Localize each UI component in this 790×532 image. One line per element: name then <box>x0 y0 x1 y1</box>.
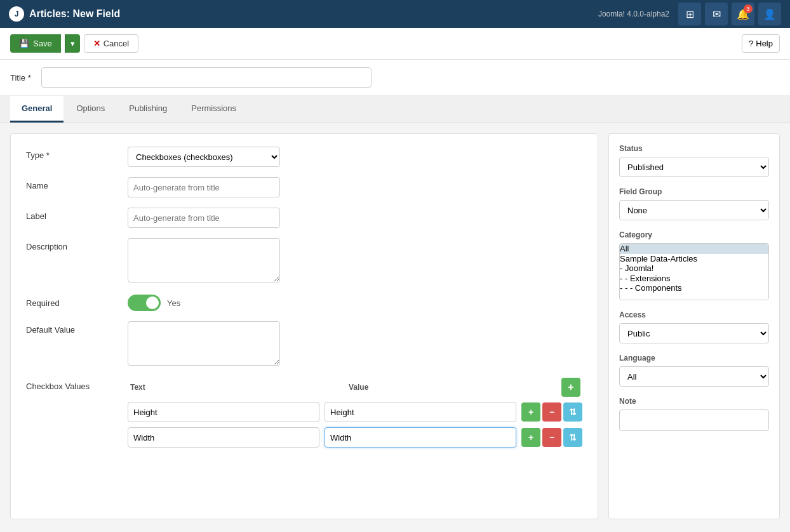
cv-text-header: Text <box>128 383 341 392</box>
cv-row2-move-btn[interactable]: ⇅ <box>563 428 582 447</box>
help-label: Help <box>756 39 773 48</box>
save-icon: 💾 <box>19 39 29 48</box>
status-label: Status <box>619 144 769 153</box>
name-label: Name <box>26 177 128 190</box>
cv-row1-move-btn[interactable]: ⇅ <box>563 402 582 422</box>
cv-text-input-2[interactable] <box>128 427 319 448</box>
notification-badge: 3 <box>744 4 753 13</box>
toolbar-left: 💾 Save ▾ ✕ Cancel <box>10 34 138 53</box>
joomla-logo-icon: J <box>9 6 24 22</box>
navbar: J Articles: New Field Joomla! 4.0.0-alph… <box>0 0 790 28</box>
title-input[interactable] <box>41 67 372 88</box>
default-value-label: Default Value <box>26 321 128 335</box>
toolbar: 💾 Save ▾ ✕ Cancel ? Help <box>0 28 790 60</box>
right-panel: Status Published Unpublished Archived Tr… <box>608 133 780 519</box>
toggle-knob <box>146 296 159 309</box>
tab-publishing[interactable]: Publishing <box>117 96 178 123</box>
tab-permissions[interactable]: Permissions <box>180 96 248 123</box>
language-label: Language <box>619 354 769 362</box>
field-group-label: Field Group <box>619 187 769 196</box>
cv-row2-add-btn[interactable]: + <box>521 428 540 447</box>
field-group-select[interactable]: None <box>619 200 769 220</box>
tab-options[interactable]: Options <box>65 96 116 123</box>
tabs-bar: General Options Publishing Permissions <box>0 96 790 123</box>
title-area: Title * <box>0 60 790 96</box>
checkbox-values-control: Text Value + + − ⇅ <box>128 378 582 453</box>
save-dropdown-button[interactable]: ▾ <box>65 34 80 53</box>
cv-row2-buttons: + − ⇅ <box>521 428 582 447</box>
save-button[interactable]: 💾 Save <box>10 34 61 53</box>
required-control: Yes <box>128 295 582 311</box>
cancel-x-icon: ✕ <box>93 39 100 48</box>
toggle-wrapper: Yes <box>128 295 582 311</box>
navbar-brand: J Articles: New Field <box>9 6 598 22</box>
default-value-textarea[interactable] <box>128 321 280 366</box>
user-icon-button[interactable]: 👤 <box>758 3 781 25</box>
required-row: Required Yes <box>26 295 582 311</box>
access-section: Access Public Guest Registered Special S… <box>619 310 769 343</box>
required-label: Required <box>26 295 128 308</box>
tab-general[interactable]: General <box>10 96 64 123</box>
required-toggle[interactable] <box>128 295 161 311</box>
toggle-yes-label: Yes <box>167 298 180 308</box>
type-select[interactable]: Checkboxes (checkboxes) Text Textarea In… <box>128 147 280 167</box>
language-select[interactable]: All <box>619 366 769 387</box>
cv-row1-add-btn[interactable]: + <box>521 402 540 422</box>
name-control <box>128 177 582 197</box>
description-control <box>128 238 582 284</box>
navbar-right: Joomla! 4.0.0-alpha2 ⊞ ✉ 🔔 3 👤 <box>598 3 781 25</box>
cv-add-button[interactable]: + <box>561 378 580 397</box>
cv-value-input-2[interactable] <box>325 427 516 448</box>
name-row: Name <box>26 177 582 197</box>
cv-row2-remove-btn[interactable]: − <box>542 428 561 447</box>
page-title: Articles: New Field <box>29 8 120 20</box>
save-dropdown-icon: ▾ <box>70 39 75 48</box>
label-label: Label <box>26 208 128 221</box>
default-value-row: Default Value <box>26 321 582 368</box>
language-section: Language All <box>619 354 769 387</box>
description-row: Description <box>26 238 582 284</box>
checkbox-values-table: Text Value + + − ⇅ <box>128 378 582 448</box>
save-label: Save <box>33 39 52 48</box>
default-value-control <box>128 321 582 368</box>
description-textarea[interactable] <box>128 238 280 283</box>
extension-icon-button[interactable]: ⊞ <box>678 3 701 25</box>
status-section: Status Published Unpublished Archived Tr… <box>619 144 769 177</box>
description-label: Description <box>26 238 128 251</box>
cv-value-header: Value <box>346 383 559 392</box>
cv-value-input-1[interactable] <box>325 402 516 422</box>
main-content: Type * Checkboxes (checkboxes) Text Text… <box>0 123 790 529</box>
name-input[interactable] <box>128 177 280 197</box>
access-select[interactable]: Public Guest Registered Special Super Us… <box>619 323 769 343</box>
note-input[interactable] <box>619 409 769 431</box>
help-button[interactable]: ? Help <box>742 34 780 53</box>
cv-text-input-1[interactable] <box>128 402 319 422</box>
label-row: Label <box>26 208 582 228</box>
field-group-section: Field Group None <box>619 187 769 220</box>
type-label: Type * <box>26 147 128 160</box>
left-panel: Type * Checkboxes (checkboxes) Text Text… <box>10 133 598 519</box>
help-q-icon: ? <box>749 39 753 48</box>
cv-row1-buttons: + − ⇅ <box>521 402 582 422</box>
access-label: Access <box>619 310 769 319</box>
mail-icon-button[interactable]: ✉ <box>705 3 728 25</box>
category-listbox[interactable]: All Sample Data-Articles - Joomla! - - E… <box>619 243 769 300</box>
status-select[interactable]: Published Unpublished Archived Trashed <box>619 157 769 177</box>
type-row: Type * Checkboxes (checkboxes) Text Text… <box>26 147 582 167</box>
cv-row-width: + − ⇅ <box>128 427 582 448</box>
cv-header: Text Value + <box>128 378 582 397</box>
cancel-button[interactable]: ✕ Cancel <box>84 34 138 53</box>
label-control <box>128 208 582 228</box>
category-label: Category <box>619 230 769 239</box>
cv-row-height: + − ⇅ <box>128 402 582 422</box>
toolbar-right: ? Help <box>742 34 780 53</box>
joomla-version: Joomla! 4.0.0-alpha2 <box>598 10 669 18</box>
cv-add-header: + <box>559 378 582 397</box>
checkbox-values-label: Checkbox Values <box>26 378 128 391</box>
label-input[interactable] <box>128 208 280 228</box>
bell-icon-button[interactable]: 🔔 3 <box>732 3 754 25</box>
type-control: Checkboxes (checkboxes) Text Textarea In… <box>128 147 582 167</box>
note-section: Note <box>619 397 769 431</box>
cv-row1-remove-btn[interactable]: − <box>542 402 561 422</box>
checkbox-values-row: Checkbox Values Text Value + <box>26 378 582 453</box>
